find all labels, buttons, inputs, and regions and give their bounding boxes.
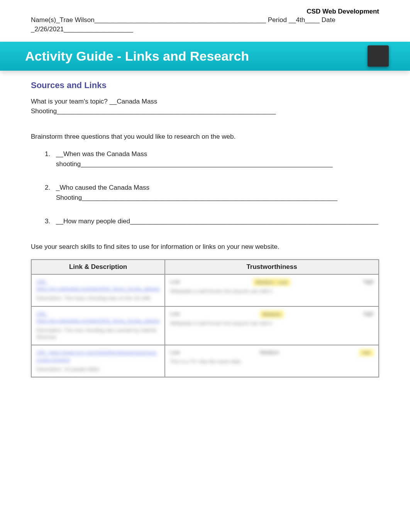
search-prompt: Use your search skills to find sites to … <box>31 242 379 252</box>
trust-axis-low: Low <box>170 311 180 317</box>
table-header-link: Link & Description <box>31 260 165 274</box>
trust-rating: Medium <box>260 311 284 318</box>
table-header-trust: Trustworthiness <box>165 260 379 274</box>
source-link[interactable]: URL: https://en.wikipedia.org/wiki/2020_… <box>36 279 160 292</box>
question-item: _Who caused the Canada Mass Shooting____… <box>52 183 379 202</box>
trust-note: Wikipedia is well known but anyone can e… <box>170 288 374 294</box>
table-row: URL: https://www.cnn.com/2020/04/19/amer… <box>31 345 379 377</box>
course-title: CSD Web Development <box>31 8 379 15</box>
question-item: __When was the Canada Mass shooting_____… <box>52 149 379 169</box>
source-desc: Description: The mass shooting was on th… <box>36 295 151 301</box>
banner-badge-icon <box>368 46 389 67</box>
source-desc: Description: 22 people killed <box>36 366 99 372</box>
trust-note: Wikipedia is well known but anyone can e… <box>170 320 374 326</box>
banner-title: Activity Guide - Links and Research <box>0 49 410 64</box>
brainstorm-prompt: Brainstorm three questions that you woul… <box>31 132 379 142</box>
table-row: URL: https://en.wikipedia.org/wiki/2020_… <box>31 306 379 345</box>
trust-axis-low: Low <box>170 349 180 355</box>
source-link[interactable]: URL: https://www.cnn.com/2020/04/19/amer… <box>36 349 160 363</box>
trust-note: This is a TV. Has the same data <box>170 359 374 364</box>
source-link[interactable]: URL: https://en.wikipedia.org/wiki/2020_… <box>36 311 160 325</box>
source-desc: Description: The man shooting was caused… <box>36 327 156 340</box>
trust-rating: Medium - Low <box>253 279 291 286</box>
trust-rating-plain: Medium <box>260 349 279 355</box>
question-item: __How many people died__________________… <box>52 216 379 226</box>
trust-axis-low: Low <box>170 279 180 285</box>
trust-axis-high: low <box>359 349 374 356</box>
meta-names-line: Name(s)_Trae Wilson_____________________… <box>31 15 379 25</box>
question-list: __When was the Canada Mass shooting_____… <box>31 149 379 226</box>
trust-axis-high: high <box>364 311 374 317</box>
section-title-sources: Sources and Links <box>31 80 379 90</box>
table-row: URL: https://en.wikipedia.org/wiki/2020_… <box>31 274 379 306</box>
trust-axis-high: high <box>364 279 374 285</box>
research-table: Link & Description Trustworthiness URL: … <box>31 259 379 377</box>
meta-date-line: _2/26/2021___________________ <box>31 25 379 34</box>
team-topic: What is your team's topic? __Canada Mass… <box>31 97 379 116</box>
activity-banner: Activity Guide - Links and Research <box>0 42 410 71</box>
